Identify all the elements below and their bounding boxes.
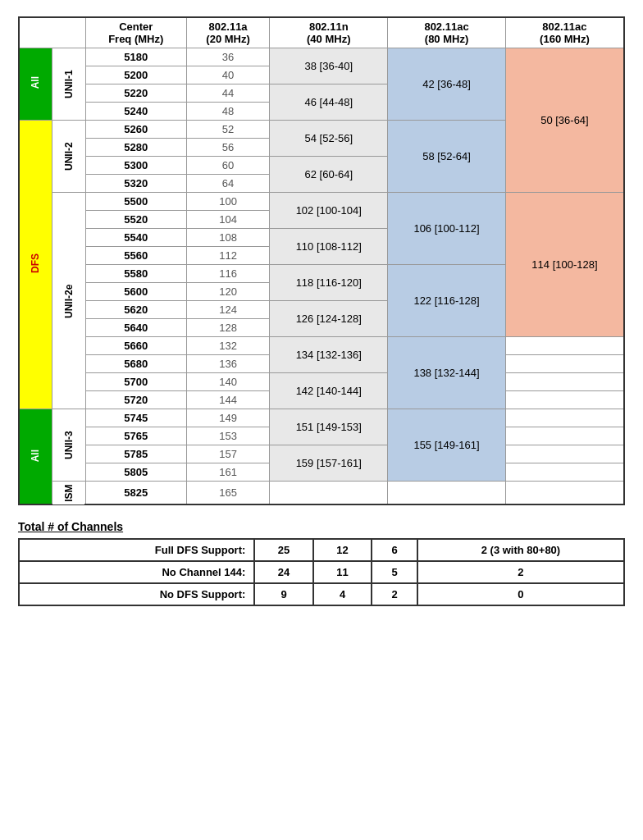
summary-val-dfs-40: 12 xyxy=(313,539,372,561)
ch20-124: 124 xyxy=(186,301,270,319)
freq-5805: 5805 xyxy=(85,463,186,482)
summary-section: Total # of Channels Full DFS Support: 25… xyxy=(18,520,625,606)
channel-table: CenterFreq (MHz) 802.11a(20 MHz) 802.11n… xyxy=(18,16,625,505)
ch40-ism-empty xyxy=(270,482,388,505)
table-row: 5785 157 159 [157-161] xyxy=(19,445,624,463)
ch20-36: 36 xyxy=(186,48,270,66)
ch40-102: 102 [100-104] xyxy=(270,193,388,229)
band-all-bottom: All xyxy=(19,409,52,505)
freq-5600: 5600 xyxy=(85,283,186,301)
freq-5520: 5520 xyxy=(85,211,186,229)
summary-val-no144-160: 2 xyxy=(417,561,624,583)
header-80211a: 802.11a(20 MHz) xyxy=(186,17,270,48)
freq-5745: 5745 xyxy=(85,409,186,427)
freq-5700: 5700 xyxy=(85,373,186,391)
summary-label-no144: No Channel 144: xyxy=(19,561,254,583)
freq-5825: 5825 xyxy=(85,482,186,505)
summary-val-nodfs-80: 2 xyxy=(372,583,417,605)
table-row: UNII-2e 5500 100 102 [100-104] 106 [100-… xyxy=(19,193,624,211)
ch160-50: 50 [36-64] xyxy=(505,48,624,193)
ch40-62: 62 [60-64] xyxy=(270,157,388,193)
freq-5560: 5560 xyxy=(85,247,186,265)
freq-5765: 5765 xyxy=(85,427,186,445)
header-80211ac80: 802.11ac(80 MHz) xyxy=(388,17,506,48)
freq-5240: 5240 xyxy=(85,103,186,121)
freq-5180: 5180 xyxy=(85,48,186,66)
summary-val-no144-20: 24 xyxy=(254,561,313,583)
freq-5580: 5580 xyxy=(85,265,186,283)
freq-5540: 5540 xyxy=(85,229,186,247)
freq-5660: 5660 xyxy=(85,337,186,355)
ch20-116: 116 xyxy=(186,265,270,283)
unii-3-label: UNII-3 xyxy=(52,409,85,482)
ch20-108: 108 xyxy=(186,229,270,247)
ch20-44: 44 xyxy=(186,84,270,103)
ch20-56: 56 xyxy=(186,139,270,157)
ch40-118: 118 [116-120] xyxy=(270,265,388,301)
summary-label-nodfs: No DFS Support: xyxy=(19,583,254,605)
freq-5620: 5620 xyxy=(85,301,186,319)
ch20-157: 157 xyxy=(186,445,270,463)
ch80-ism-empty xyxy=(388,482,506,505)
ch40-126: 126 [124-128] xyxy=(270,301,388,337)
ch20-128: 128 xyxy=(186,319,270,337)
freq-5320: 5320 xyxy=(85,175,186,193)
summary-table: Full DFS Support: 25 12 6 2 (3 with 80+8… xyxy=(18,538,625,606)
freq-5720: 5720 xyxy=(85,391,186,409)
freq-5500: 5500 xyxy=(85,193,186,211)
summary-val-nodfs-20: 9 xyxy=(254,583,313,605)
table-row: 5700 140 142 [140-144] xyxy=(19,373,624,391)
summary-val-no144-80: 5 xyxy=(372,561,417,583)
ch40-110: 110 [108-112] xyxy=(270,229,388,265)
ch40-142: 142 [140-144] xyxy=(270,373,388,409)
band-dfs: DFS xyxy=(19,121,52,409)
summary-label-dfs: Full DFS Support: xyxy=(19,539,254,561)
ch160-empty-2 xyxy=(505,355,624,373)
ch160-empty-8 xyxy=(505,463,624,482)
ch20-161: 161 xyxy=(186,463,270,482)
summary-row-nodfs: No DFS Support: 9 4 2 0 xyxy=(19,583,624,605)
ch40-159: 159 [157-161] xyxy=(270,445,388,482)
freq-5220: 5220 xyxy=(85,84,186,103)
ch160-empty-6 xyxy=(505,427,624,445)
ch20-165: 165 xyxy=(186,482,270,505)
freq-5680: 5680 xyxy=(85,355,186,373)
ch40-38: 38 [36-40] xyxy=(270,48,388,84)
ch80-106: 106 [100-112] xyxy=(388,193,506,265)
page-container: CenterFreq (MHz) 802.11a(20 MHz) 802.11n… xyxy=(18,16,625,606)
ch160-empty-5 xyxy=(505,409,624,427)
unii-1-label: UNII-1 xyxy=(52,48,85,121)
summary-val-no144-40: 11 xyxy=(313,561,372,583)
freq-5785: 5785 xyxy=(85,445,186,463)
ch80-155: 155 [149-161] xyxy=(388,409,506,482)
ch20-149: 149 xyxy=(186,409,270,427)
table-row: All UNII-1 5180 36 38 [36-40] 42 [36-48]… xyxy=(19,48,624,66)
ch20-112: 112 xyxy=(186,247,270,265)
ch20-64: 64 xyxy=(186,175,270,193)
ch20-153: 153 xyxy=(186,427,270,445)
freq-5280: 5280 xyxy=(85,139,186,157)
summary-row-dfs: Full DFS Support: 25 12 6 2 (3 with 80+8… xyxy=(19,539,624,561)
summary-val-dfs-20: 25 xyxy=(254,539,313,561)
ch80-138: 138 [132-144] xyxy=(388,337,506,409)
freq-5300: 5300 xyxy=(85,157,186,175)
ch20-60: 60 xyxy=(186,157,270,175)
freq-5260: 5260 xyxy=(85,121,186,139)
ch160-empty-1 xyxy=(505,337,624,355)
ch40-134: 134 [132-136] xyxy=(270,337,388,373)
ism-label: ISM xyxy=(52,482,85,505)
ch160-empty-4 xyxy=(505,391,624,409)
table-row: ISM 5825 165 xyxy=(19,482,624,505)
ch20-140: 140 xyxy=(186,373,270,391)
ch20-144: 144 xyxy=(186,391,270,409)
ch160-empty-7 xyxy=(505,445,624,463)
table-row: 5660 132 134 [132-136] 138 [132-144] xyxy=(19,337,624,355)
unii-2-label: UNII-2 xyxy=(52,121,85,193)
header-80211ac160: 802.11ac(160 MHz) xyxy=(505,17,624,48)
ch80-58: 58 [52-64] xyxy=(388,121,506,193)
ch160-114: 114 [100-128] xyxy=(505,193,624,337)
ch20-100: 100 xyxy=(186,193,270,211)
ch80-122: 122 [116-128] xyxy=(388,265,506,337)
ch20-104: 104 xyxy=(186,211,270,229)
summary-val-nodfs-40: 4 xyxy=(313,583,372,605)
